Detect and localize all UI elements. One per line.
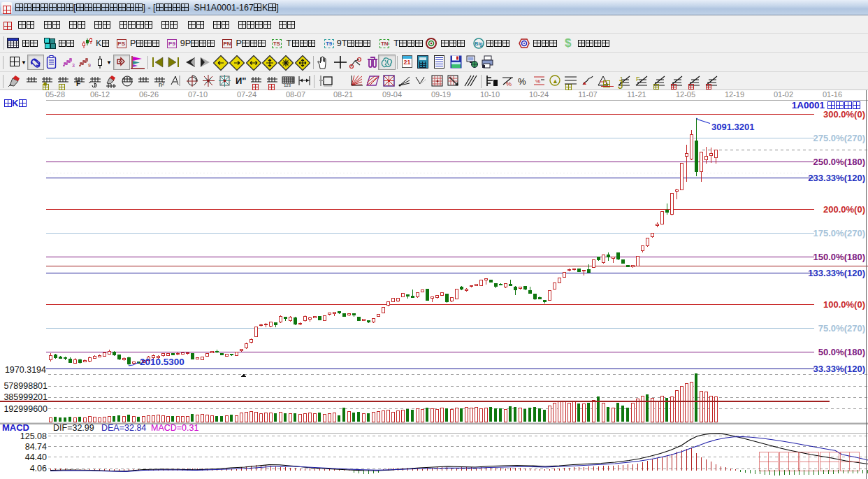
svg-text:10-10: 10-10 xyxy=(480,90,500,99)
svg-text:08-07: 08-07 xyxy=(286,90,305,99)
svg-text:09-19: 09-19 xyxy=(431,90,451,99)
svg-text:2010.5300: 2010.5300 xyxy=(140,357,185,367)
svg-text:11-21: 11-21 xyxy=(627,90,646,99)
svg-text:DEA=32.84: DEA=32.84 xyxy=(101,423,146,433)
svg-text:09-04: 09-04 xyxy=(382,90,402,99)
svg-text:3091.3201: 3091.3201 xyxy=(711,122,754,132)
svg-text:01-16: 01-16 xyxy=(823,90,842,99)
svg-text:75.0%(270): 75.0%(270) xyxy=(818,323,865,334)
svg-text:192999600: 192999600 xyxy=(3,404,48,414)
svg-text:233.33%(120): 233.33%(120) xyxy=(808,173,865,183)
svg-text:275.0%(270): 275.0%(270) xyxy=(813,133,865,143)
svg-text:1A0001: 1A0001 xyxy=(792,100,825,110)
svg-text:12-05: 12-05 xyxy=(676,90,695,99)
svg-text:125.08: 125.08 xyxy=(20,431,47,441)
svg-text:MACD=0.31: MACD=0.31 xyxy=(151,423,198,433)
svg-text:06-26: 06-26 xyxy=(139,90,159,99)
svg-text:385999201: 385999201 xyxy=(3,392,48,402)
svg-text:07-24: 07-24 xyxy=(237,90,256,99)
svg-text:300.0%(0): 300.0%(0) xyxy=(823,109,865,120)
svg-text:MACD: MACD xyxy=(2,422,29,433)
svg-text:01-02: 01-02 xyxy=(774,90,793,99)
svg-text:50.0%(180): 50.0%(180) xyxy=(818,347,865,357)
svg-text:250.0%(180): 250.0%(180) xyxy=(813,157,865,167)
svg-text:08-21: 08-21 xyxy=(333,90,353,99)
svg-text:44.40: 44.40 xyxy=(25,452,47,462)
svg-text:06-12: 06-12 xyxy=(90,90,110,99)
svg-text:12-19: 12-19 xyxy=(725,90,744,99)
svg-text:133.33%(120): 133.33%(120) xyxy=(808,268,865,278)
svg-text:4.06: 4.06 xyxy=(30,464,47,473)
svg-text:150.0%(180): 150.0%(180) xyxy=(813,252,865,262)
svg-text:11-07: 11-07 xyxy=(578,90,597,99)
svg-text:DIF=32.99: DIF=32.99 xyxy=(53,423,94,433)
svg-text:07-10: 07-10 xyxy=(188,90,208,99)
svg-text:10-24: 10-24 xyxy=(529,90,549,99)
svg-text:200.0%(0): 200.0%(0) xyxy=(823,204,865,215)
svg-text:175.0%(270): 175.0%(270) xyxy=(813,228,865,238)
svg-text:578998801: 578998801 xyxy=(3,381,48,391)
svg-text:33.33%(120): 33.33%(120) xyxy=(813,364,865,374)
svg-text:84.74: 84.74 xyxy=(25,442,47,452)
svg-text:05-28: 05-28 xyxy=(45,90,65,99)
svg-text:100.0%(0): 100.0%(0) xyxy=(823,299,865,310)
svg-text:1970.3194: 1970.3194 xyxy=(5,365,46,375)
